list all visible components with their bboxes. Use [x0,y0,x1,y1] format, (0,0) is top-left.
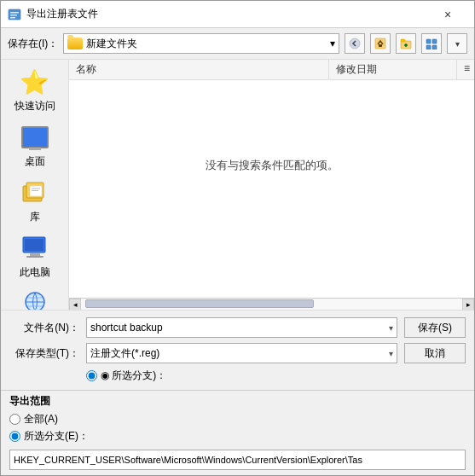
cancel-button[interactable]: 取消 [404,343,466,363]
folder-combo-content: 新建文件夹 [67,37,137,51]
form-area: 文件名(N)： ▾ 保存(S) 保存类型(T)： 注册文件(*.reg) ▾ 取… [1,310,474,390]
more-button[interactable]: ▾ [447,33,467,54]
filename-row: 文件名(N)： ▾ 保存(S) [9,317,466,338]
view-icon [426,38,437,49]
back-button[interactable] [345,33,365,54]
svg-rect-14 [432,45,437,49]
svg-rect-2 [10,15,17,16]
nav-item-library-label: 库 [30,210,40,224]
scroll-left-button[interactable]: ◂ [69,299,81,311]
svg-rect-1 [10,12,19,14]
encoding-text: ◉ 所选分支)： [101,369,166,383]
filetype-dropdown-arrow[interactable]: ▾ [389,349,393,358]
save-in-label: 保存在(I)： [8,37,58,51]
svg-rect-8 [401,39,405,42]
export-selected-radio[interactable] [9,431,20,442]
more-icon: ▾ [455,39,460,49]
network-icon [20,291,49,310]
svg-rect-3 [10,17,15,19]
up-icon [374,38,386,49]
encoding-label[interactable]: ◉ 所选分支)： [86,369,166,383]
filename-input-wrapper[interactable]: ▾ [86,317,397,338]
file-list-header: 名称 修改日期 ≡ [69,60,474,80]
filetype-select[interactable]: 注册文件(*.reg) ▾ [86,343,397,363]
col-header-modified[interactable]: 修改日期 [329,60,457,79]
back-icon [349,38,361,49]
file-area: ⭐ 快速访问 桌面 [1,60,474,310]
nav-item-network[interactable]: 网络 [4,285,66,310]
view-button[interactable] [421,33,442,54]
svg-rect-17 [30,186,42,196]
new-folder-button[interactable] [396,33,416,54]
export-range: 导出范围 全部(A) 所选分支(E)： [1,390,474,475]
folder-combo[interactable]: 新建文件夹 ▾ [63,33,339,54]
export-all-label[interactable]: 全部(A) [24,412,58,427]
svg-point-4 [350,38,360,49]
scroll-thumb[interactable] [85,299,314,308]
filename-dropdown-arrow[interactable]: ▾ [389,323,393,333]
svg-rect-21 [25,239,43,251]
svg-rect-6 [379,44,382,47]
title-text: 导出注册表文件 [26,7,428,21]
new-folder-icon [400,38,412,49]
filetype-label: 保存类型(T)： [9,346,86,361]
nav-item-desktop[interactable]: 桌面 [4,119,66,172]
svg-rect-22 [30,253,40,256]
filename-input[interactable] [90,322,389,334]
left-nav: ⭐ 快速访问 桌面 [1,60,69,310]
close-button[interactable]: × [428,1,467,28]
filetype-row: 保存类型(T)： 注册文件(*.reg) ▾ 取消 [9,343,466,363]
export-all-radio[interactable] [9,414,20,425]
svg-rect-23 [26,256,43,258]
export-selected-label[interactable]: 所选分支(E)： [24,429,89,444]
scroll-track[interactable] [81,299,462,310]
svg-rect-11 [426,39,431,44]
col-header-name[interactable]: 名称 [69,60,329,79]
encoding-radio[interactable] [86,370,97,381]
svg-point-24 [26,293,44,310]
export-all-option: 全部(A) [9,412,466,427]
registry-icon [8,8,21,21]
export-range-title: 导出范围 [9,394,466,409]
library-icon [21,181,49,205]
file-list: 名称 修改日期 ≡ 没有与搜索条件匹配的项。 [69,60,474,298]
export-selected-option: 所选分支(E)： [9,429,466,444]
save-button[interactable]: 保存(S) [404,317,466,338]
export-registry-dialog: 导出注册表文件 × 保存在(I)： 新建文件夹 ▾ [0,0,475,476]
folder-icon [67,38,83,49]
nav-item-this-pc[interactable]: 此电脑 [4,229,66,283]
scroll-right-button[interactable]: ▸ [462,299,474,311]
svg-rect-12 [432,39,437,44]
up-button[interactable] [370,33,391,54]
library-icon-container [20,177,50,208]
this-pc-icon [20,235,49,261]
desktop-icon [20,122,50,153]
nav-item-this-pc-label: 此电脑 [20,265,50,280]
nav-item-desktop-label: 桌面 [25,154,45,169]
this-pc-icon-container [20,233,50,264]
title-bar: 导出注册表文件 × [1,1,474,28]
toolbar: 保存在(I)： 新建文件夹 ▾ [1,28,474,60]
export-path-input[interactable] [9,450,466,470]
svg-rect-13 [426,45,431,49]
horizontal-scrollbar[interactable]: ◂ ▸ [69,298,474,310]
nav-item-quick-access-label: 快速访问 [14,99,55,113]
filetype-value: 注册文件(*.reg) [90,346,159,361]
star-icon: ⭐ [20,68,49,96]
encoding-row: ◉ 所选分支)： [86,369,466,383]
col-menu-button[interactable]: ≡ [457,60,474,79]
network-icon-container [20,288,50,310]
desktop-icon-box [21,126,49,148]
empty-message: 没有与搜索条件匹配的项。 [69,80,474,251]
current-folder-name: 新建文件夹 [86,37,137,51]
combo-arrow: ▾ [330,38,335,49]
nav-item-library[interactable]: 库 [4,174,66,228]
quick-access-icon: ⭐ [20,67,50,97]
filename-label: 文件名(N)： [9,321,86,335]
nav-item-quick-access[interactable]: ⭐ 快速访问 [4,63,66,117]
